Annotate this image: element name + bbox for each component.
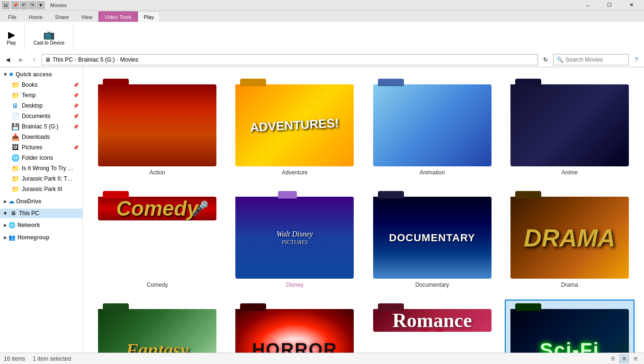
tab-video-tools[interactable]: Video Tools bbox=[98, 11, 137, 22]
folder-thumb-comedy: Comedy 🎤 bbox=[98, 191, 216, 279]
homegroup-header[interactable]: ▸ 👥 Homegroup bbox=[0, 232, 82, 243]
cast-button[interactable]: 📺 Cast to Device bbox=[31, 28, 67, 46]
pin-icon: 📌 bbox=[73, 114, 79, 119]
sidebar-section-homegroup: ▸ 👥 Homegroup bbox=[0, 232, 82, 243]
path-movies[interactable]: Movies bbox=[120, 56, 138, 63]
sidebar-label-books: Books bbox=[22, 82, 37, 88]
folder-thumb-documentary: DOCUMENTARY bbox=[373, 191, 492, 279]
sidebar-label-jurassic3: Jurassic Park III bbox=[22, 186, 62, 192]
folder-item-scifi[interactable]: Sci-Fi Sci-Fi bbox=[505, 300, 635, 353]
help-button[interactable]: ? bbox=[631, 54, 642, 65]
folder-label-drama: Drama bbox=[561, 282, 578, 288]
search-icon: 🔍 bbox=[556, 56, 564, 63]
sidebar-label-jurassic2: Jurassic Park II; The... bbox=[22, 175, 74, 182]
tab-home[interactable]: Home bbox=[23, 11, 49, 22]
dropdown-icon[interactable]: ▼ bbox=[37, 1, 45, 9]
folder-item-disney[interactable]: Walt Disney PICTURES Disney bbox=[230, 187, 359, 292]
sidebar-item-documents[interactable]: 📄 Documents 📌 bbox=[0, 111, 82, 121]
quick-access-label: Quick access bbox=[16, 71, 52, 78]
folder-thumb-disney: Walt Disney PICTURES bbox=[235, 191, 354, 279]
status-info: 16 items 1 item selected bbox=[4, 355, 71, 362]
sidebar-section-onedrive: ▸ ☁ OneDrive bbox=[0, 196, 82, 207]
documents-icon: 📄 bbox=[11, 112, 19, 120]
window-controls: – ☐ ✕ bbox=[577, 0, 642, 10]
onedrive-header[interactable]: ▸ ☁ OneDrive bbox=[0, 196, 82, 207]
sidebar-label-temp: Temp bbox=[22, 92, 36, 99]
view-details-button[interactable]: ☰ bbox=[608, 355, 617, 363]
folder-tab bbox=[515, 303, 541, 311]
expand-icon: ▸ bbox=[4, 198, 7, 205]
folder-item-fantasy[interactable]: Fantasy Fantasy bbox=[92, 300, 222, 353]
folder-label-adventure: Adventure bbox=[282, 169, 308, 176]
folder-item-anime[interactable]: Anime bbox=[505, 75, 635, 180]
path-thispc[interactable]: This PC bbox=[53, 56, 73, 63]
folder-thumb-action bbox=[98, 79, 216, 166]
quick-access-header[interactable]: ▾ ★ Quick access bbox=[0, 69, 82, 80]
folder-tab bbox=[103, 79, 129, 86]
play-button[interactable]: ▶ Play bbox=[4, 28, 19, 46]
search-box[interactable]: 🔍 bbox=[553, 54, 629, 65]
folder-item-action[interactable]: Action bbox=[92, 75, 222, 180]
back-button[interactable]: ◀ bbox=[2, 54, 13, 65]
folder-icon: 📁 bbox=[11, 175, 19, 182]
folder-item-animation[interactable]: Animation bbox=[367, 75, 497, 180]
sidebar-item-iswrong[interactable]: 📁 Is It Wrong To Try T... bbox=[0, 163, 82, 173]
tab-file[interactable]: File bbox=[2, 11, 23, 22]
minimize-button[interactable]: – bbox=[577, 0, 599, 10]
redo-icon[interactable]: ↷ bbox=[28, 1, 36, 9]
sidebar-item-temp[interactable]: 📁 Temp 📌 bbox=[0, 90, 82, 100]
close-button[interactable]: ✕ bbox=[620, 0, 642, 10]
homegroup-label: Homegroup bbox=[18, 234, 49, 241]
tab-share[interactable]: Share bbox=[49, 11, 75, 22]
sidebar-item-pictures[interactable]: 🖼 Pictures 📌 bbox=[0, 142, 82, 153]
expand-icon: ▾ bbox=[4, 210, 7, 217]
tab-view[interactable]: View bbox=[75, 11, 98, 22]
folder-item-comedy[interactable]: Comedy 🎤 Comedy bbox=[92, 187, 222, 292]
sidebar-item-jurassic2[interactable]: 📁 Jurassic Park II; The... bbox=[0, 173, 82, 184]
sidebar-label-desktop: Desktop bbox=[22, 102, 43, 109]
sidebar-item-books[interactable]: 📁 Books 📌 bbox=[0, 80, 82, 90]
search-input[interactable] bbox=[565, 56, 626, 63]
refresh-button[interactable]: ↻ bbox=[540, 54, 551, 65]
view-large-icons-button[interactable]: ⊞ bbox=[619, 355, 629, 363]
sidebar-label-brainiac: Brainiac 5 (G:) bbox=[22, 123, 58, 130]
pin-icon: 📌 bbox=[73, 124, 79, 129]
folder-item-romance[interactable]: ❤ Romance Romance bbox=[367, 300, 497, 353]
sidebar-item-desktop[interactable]: 🖥 Desktop 📌 bbox=[0, 100, 82, 111]
maximize-button[interactable]: ☐ bbox=[599, 0, 620, 10]
folder-item-adventure[interactable]: ADVENTURES! Adventure bbox=[230, 75, 359, 180]
address-path[interactable]: 🖥 This PC › Brainiac 5 (G:) › Movies bbox=[42, 54, 538, 65]
view-tiles-button[interactable]: ⊟ bbox=[631, 355, 640, 363]
sidebar-item-downloads[interactable]: 📥 Downloads bbox=[0, 132, 82, 142]
folder-item-drama[interactable]: DRAMA Drama bbox=[505, 187, 635, 292]
folder-item-horror[interactable]: HORROR Horror bbox=[230, 300, 359, 353]
undo-icon[interactable]: ↶ bbox=[20, 1, 27, 9]
network-header[interactable]: ▸ 🌐 Network bbox=[0, 220, 82, 230]
onedrive-label: OneDrive bbox=[16, 198, 41, 205]
pictures-icon: 🖼 bbox=[11, 144, 19, 151]
folder-body: Fantasy bbox=[98, 309, 216, 353]
up-button[interactable]: ↑ bbox=[28, 54, 40, 65]
expand-icon: ▸ bbox=[4, 234, 7, 241]
sidebar-section-network: ▸ 🌐 Network bbox=[0, 220, 82, 230]
expand-icon: ▸ bbox=[4, 222, 7, 228]
folder-icon: 📁 bbox=[11, 81, 19, 89]
sidebar-item-foldericons[interactable]: 🌐 Folder Icons bbox=[0, 153, 82, 163]
folder-body: ADVENTURES! bbox=[235, 84, 354, 166]
sidebar-item-thispc[interactable]: ▾ 🖥 This PC bbox=[0, 209, 82, 218]
forward-button[interactable]: ▶ bbox=[15, 54, 27, 65]
ribbon-content: ▶ Play 📺 Cast to Device bbox=[0, 22, 644, 52]
folder-thumb-fantasy: Fantasy bbox=[98, 303, 216, 353]
tab-play[interactable]: Play bbox=[138, 11, 160, 22]
folder-body: DOCUMENTARY bbox=[373, 197, 492, 279]
sidebar-section-thispc: ▾ 🖥 This PC bbox=[0, 209, 82, 218]
sidebar-item-jurassic3[interactable]: 📁 Jurassic Park III bbox=[0, 184, 82, 194]
window-icon: 🗂 bbox=[2, 1, 9, 9]
sidebar-item-brainiac[interactable]: 💾 Brainiac 5 (G:) 📌 bbox=[0, 121, 82, 132]
folder-tab bbox=[515, 191, 541, 199]
pin-icon: 📌 bbox=[73, 93, 79, 98]
path-drive[interactable]: Brainiac 5 (G:) bbox=[78, 56, 115, 63]
sidebar-label-documents: Documents bbox=[22, 113, 51, 119]
folder-item-documentary[interactable]: DOCUMENTARY Documentary bbox=[367, 187, 497, 292]
folder-tab bbox=[515, 79, 541, 86]
